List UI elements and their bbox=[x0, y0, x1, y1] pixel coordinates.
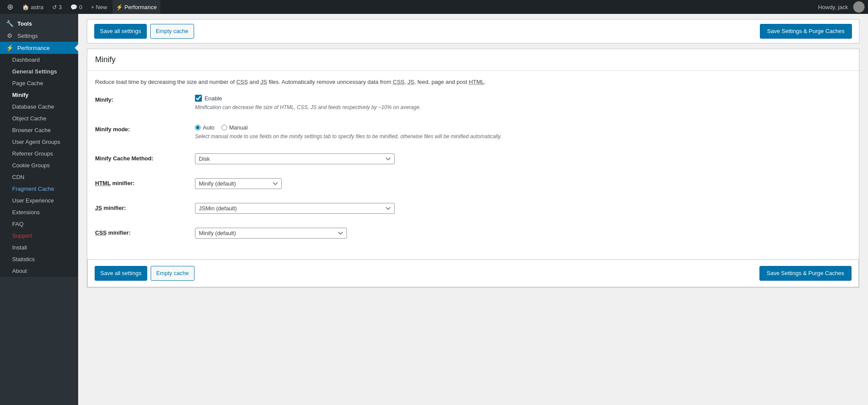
mode-note: Select manual mode to use fields on the … bbox=[195, 133, 851, 139]
auto-label: Auto bbox=[203, 124, 215, 131]
sidebar-item-statistics[interactable]: Statistics bbox=[0, 253, 78, 265]
site-name[interactable]: 🏠 astra bbox=[19, 0, 47, 14]
sidebar-item-install[interactable]: Install bbox=[0, 242, 78, 253]
bottom-empty-cache-button[interactable]: Empty cache bbox=[151, 266, 195, 281]
manual-label: Manual bbox=[229, 124, 248, 131]
js-abbr-label: JS bbox=[95, 205, 102, 211]
enable-label: Enable bbox=[205, 95, 222, 102]
minify-label: Minify: bbox=[95, 95, 195, 103]
sidebar-tools[interactable]: 🔧 Tools bbox=[0, 17, 78, 30]
submenu: Dashboard General Settings Page Cache Mi… bbox=[0, 54, 78, 277]
sidebar-item-cdn[interactable]: CDN bbox=[0, 171, 78, 183]
auto-radio[interactable] bbox=[195, 125, 201, 130]
minify-title: Minify bbox=[95, 55, 851, 64]
manual-radio-option: Manual bbox=[221, 124, 248, 131]
html-minifier-label: HTML minifier: bbox=[95, 178, 195, 186]
revisions-icon: ↺ bbox=[52, 4, 57, 10]
sidebar-item-dashboard[interactable]: Dashboard bbox=[0, 54, 78, 66]
sidebar-item-cookie-groups[interactable]: Cookie Groups bbox=[0, 159, 78, 171]
cache-method-select[interactable]: Disk Opcode APC eAccelerator XCache Redi… bbox=[195, 153, 395, 164]
bottom-save-settings-purge-button[interactable]: Save Settings & Purge Caches bbox=[759, 266, 852, 281]
revisions[interactable]: ↺ 3 bbox=[49, 0, 65, 14]
auto-radio-option: Auto bbox=[195, 124, 215, 131]
wp-logo[interactable]: ⊕ bbox=[3, 0, 17, 14]
performance-icon: ⚡ bbox=[116, 4, 123, 10]
minify-card-header: Minify bbox=[87, 49, 859, 71]
enable-checkbox-row: Enable bbox=[195, 95, 851, 102]
js-minifier-field: JSMin (default) Minify Closure Compiler … bbox=[195, 203, 851, 214]
sidebar-item-about[interactable]: About bbox=[0, 265, 78, 277]
sidebar-item-browser-cache[interactable]: Browser Cache bbox=[0, 124, 78, 136]
minify-mode-field: Auto Manual Select manual mode to use fi… bbox=[195, 124, 851, 139]
minify-card-body: Reduce load time by decreasing the size … bbox=[87, 71, 859, 260]
top-save-all-settings-button[interactable]: Save all settings bbox=[94, 24, 147, 39]
bottom-action-bar-left: Save all settings Empty cache bbox=[95, 266, 195, 281]
performance-sidebar-icon: ⚡ bbox=[5, 44, 14, 51]
minify-enable-checkbox[interactable] bbox=[195, 95, 202, 102]
comments-icon: 💬 bbox=[70, 4, 77, 10]
sidebar-item-fragment-cache[interactable]: Fragment Cache bbox=[0, 183, 78, 195]
sidebar-item-minify[interactable]: Minify bbox=[0, 89, 78, 101]
html-abbr: HTML bbox=[469, 79, 484, 85]
css-abbr2: CSS bbox=[393, 79, 405, 85]
new-button[interactable]: + New bbox=[87, 0, 110, 14]
css-minifier-field: Minify (default) YUI Compressor Csstidy bbox=[195, 228, 851, 239]
minify-cache-method-field: Disk Opcode APC eAccelerator XCache Redi… bbox=[195, 153, 851, 164]
js-minifier-select[interactable]: JSMin (default) Minify Closure Compiler … bbox=[195, 203, 395, 214]
howdy-text: Howdy, jack bbox=[815, 4, 851, 10]
css-minifier-label: CSS minifier: bbox=[95, 228, 195, 236]
html-abbr-label: HTML bbox=[95, 180, 111, 186]
js-abbr: JS bbox=[261, 79, 267, 85]
bottom-save-all-settings-button[interactable]: Save all settings bbox=[95, 266, 147, 281]
admin-bar: ⊕ 🏠 astra ↺ 3 💬 0 + New ⚡ Performance Ho… bbox=[0, 0, 868, 14]
js-minifier-label: JS minifier: bbox=[95, 203, 195, 211]
sidebar-item-referrer-groups[interactable]: Referrer Groups bbox=[0, 148, 78, 159]
top-empty-cache-button[interactable]: Empty cache bbox=[150, 24, 194, 39]
sidebar-settings[interactable]: ⚙ Settings bbox=[0, 30, 78, 42]
manual-radio[interactable] bbox=[221, 125, 227, 130]
comments[interactable]: 💬 0 bbox=[67, 0, 86, 14]
minify-field: Enable Minification can decrease file si… bbox=[195, 95, 851, 110]
main-content: Save all settings Empty cache Save Setti… bbox=[78, 14, 868, 405]
sidebar-item-general-settings[interactable]: General Settings bbox=[0, 66, 78, 77]
html-minifier-row: HTML minifier: Minify (default) HTML Tid… bbox=[95, 178, 851, 193]
sidebar-item-support[interactable]: Support bbox=[0, 230, 78, 242]
avatar bbox=[853, 1, 865, 13]
minify-description: Reduce load time by decreasing the size … bbox=[95, 78, 851, 86]
top-save-settings-purge-button[interactable]: Save Settings & Purge Caches bbox=[760, 24, 852, 39]
home-icon: 🏠 bbox=[22, 4, 29, 10]
sidebar-item-object-cache[interactable]: Object Cache bbox=[0, 113, 78, 124]
sidebar-item-database-cache[interactable]: Database Cache bbox=[0, 101, 78, 113]
minify-cache-method-row: Minify Cache Method: Disk Opcode APC eAc… bbox=[95, 153, 851, 168]
css-abbr-label: CSS bbox=[95, 229, 107, 236]
css-abbr: CSS bbox=[236, 79, 248, 85]
css-minifier-row: CSS minifier: Minify (default) YUI Compr… bbox=[95, 228, 851, 242]
js-minifier-row: JS minifier: JSMin (default) Minify Clos… bbox=[95, 203, 851, 217]
settings-icon: ⚙ bbox=[5, 32, 14, 39]
minify-mode-row: Minify mode: Auto Manual bbox=[95, 124, 851, 143]
bottom-action-bar: Save all settings Empty cache Save Setti… bbox=[87, 259, 859, 287]
minify-cache-method-label: Minify Cache Method: bbox=[95, 153, 195, 162]
minify-mode-radio-row: Auto Manual bbox=[195, 124, 851, 131]
minify-enable-row: Minify: Enable Minification can decrease… bbox=[95, 95, 851, 114]
html-minifier-select[interactable]: Minify (default) HTML Tidy bbox=[195, 178, 282, 189]
performance-nav[interactable]: ⚡ Performance bbox=[112, 0, 160, 14]
tools-icon: 🔧 bbox=[5, 20, 14, 27]
top-action-bar-left: Save all settings Empty cache bbox=[94, 24, 194, 39]
minify-card: Minify Reduce load time by decreasing th… bbox=[87, 49, 859, 288]
js-abbr2: JS bbox=[408, 79, 414, 85]
enable-note: Minification can decrease file size of H… bbox=[195, 104, 851, 110]
sidebar-item-user-agent-groups[interactable]: User Agent Groups bbox=[0, 136, 78, 148]
sidebar-item-extensions[interactable]: Extensions bbox=[0, 206, 78, 218]
minify-mode-label: Minify mode: bbox=[95, 124, 195, 133]
sidebar-item-page-cache[interactable]: Page Cache bbox=[0, 77, 78, 89]
sidebar-performance[interactable]: ⚡ Performance bbox=[0, 42, 78, 54]
html-minifier-field: Minify (default) HTML Tidy bbox=[195, 178, 851, 189]
sidebar: 🔧 Tools ⚙ Settings ⚡ Performance Dashboa… bbox=[0, 14, 78, 405]
top-action-bar: Save all settings Empty cache Save Setti… bbox=[87, 19, 859, 43]
css-minifier-select[interactable]: Minify (default) YUI Compressor Csstidy bbox=[195, 228, 347, 239]
sidebar-item-user-experience[interactable]: User Experience bbox=[0, 195, 78, 206]
sidebar-item-faq[interactable]: FAQ bbox=[0, 218, 78, 230]
